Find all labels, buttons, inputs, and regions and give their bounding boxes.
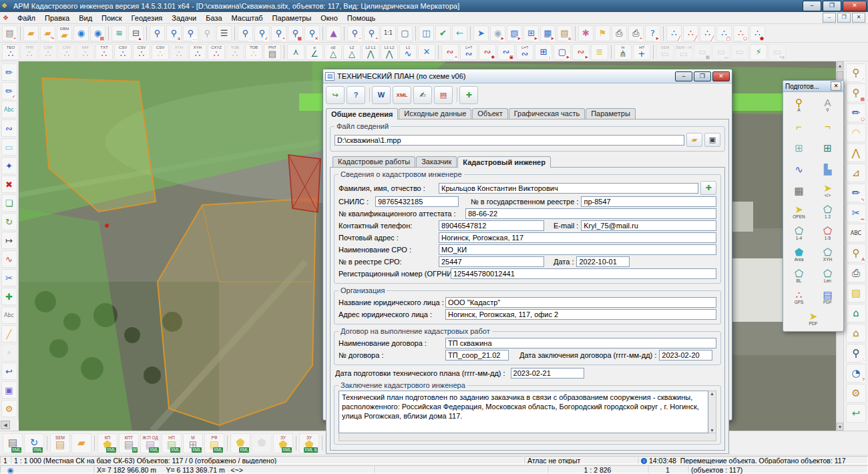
- measure-pin-icon[interactable]: ⚑: [595, 25, 610, 41]
- hatch-layers-icon[interactable]: ≣: [591, 44, 608, 60]
- geodesy-angle-icon[interactable]: α∠: [306, 44, 323, 60]
- geodesy-l1l2-icon[interactable]: L1 L2⋀: [381, 44, 398, 60]
- mdi-close-button[interactable]: ✕: [852, 13, 865, 23]
- pdf-tools-icon[interactable]: ▤PDF: [816, 287, 840, 307]
- semantics-search-a-icon[interactable]: ⚲A: [787, 95, 811, 115]
- mdi-restore-button[interactable]: ❐: [837, 13, 851, 23]
- tab-source-data[interactable]: Исходные данные: [399, 108, 471, 119]
- globe-report-icon[interactable]: ◉▤: [90, 25, 105, 41]
- arrow-pdf-icon[interactable]: ➤PDF: [801, 308, 825, 328]
- house-on-layer-icon[interactable]: ⌂: [846, 304, 866, 322]
- scroll-down-icon[interactable]: ▼: [837, 423, 843, 431]
- export-tob-icon[interactable]: TOB∴: [245, 44, 262, 60]
- scroll-up-icon[interactable]: ▲: [708, 391, 716, 396]
- kp-xml-icon[interactable]: КП⬟XML: [97, 433, 118, 453]
- grid-light-icon[interactable]: ⊞: [787, 138, 811, 158]
- compass-ruler-icon[interactable]: ⊿: [846, 164, 866, 182]
- help-icon[interactable]: ?: [347, 86, 365, 104]
- raster-images-icon[interactable]: ▣: [1, 381, 17, 399]
- parcel-red-selected[interactable]: [288, 155, 320, 212]
- vertex-drop-icon[interactable]: ⊞↓: [535, 44, 552, 60]
- save-file-button[interactable]: ▣: [704, 133, 720, 147]
- semantics-report-icon[interactable]: ⚲▤: [846, 83, 866, 102]
- divider-compass-icon[interactable]: ⋀: [846, 144, 866, 162]
- info-clipboard-icon[interactable]: ▤a: [557, 25, 572, 41]
- draw-polygon-pencil-icon[interactable]: ✏⬠: [846, 103, 866, 122]
- open-globe-icon[interactable]: ◉: [73, 25, 89, 41]
- menu-geodesy[interactable]: Геодезия: [127, 13, 168, 23]
- histogram-3d-icon[interactable]: ▙: [816, 159, 840, 179]
- print-multi-icon[interactable]: ⎙+: [628, 25, 644, 41]
- open-folder-icon[interactable]: ▰: [23, 25, 39, 41]
- dialog-minimize-button[interactable]: –: [675, 71, 692, 81]
- extend-line-icon[interactable]: ↦: [1, 232, 17, 249]
- layers-icon[interactable]: ≋: [112, 25, 127, 41]
- subtab-cadastral-engineer[interactable]: Кадастровый инженер: [457, 156, 551, 168]
- sem-plus-a-icon[interactable]: ▭+a: [769, 44, 786, 60]
- sem-abc-icon[interactable]: SEM▤: [50, 433, 70, 453]
- zoom-in-icon[interactable]: ⚲+: [364, 25, 379, 41]
- subtab-cadastral-works[interactable]: Кадастровые работы: [333, 156, 415, 167]
- vertex-add-icon[interactable]: ∾+: [441, 44, 459, 60]
- search-objects-icon[interactable]: ⚲: [150, 25, 165, 41]
- menu-search[interactable]: Поиск: [97, 13, 126, 23]
- settings-gear-icon[interactable]: ⚙: [1, 400, 17, 417]
- abc-numbering-icon[interactable]: ABC: [846, 224, 866, 242]
- scroll-down-icon[interactable]: ▼: [708, 428, 716, 433]
- search-labels-icon[interactable]: ⚲A: [846, 244, 866, 262]
- poly-bl-icon[interactable]: ⬠BL: [787, 266, 811, 286]
- prep-date-input[interactable]: [511, 368, 584, 379]
- search-layer-icon[interactable]: ⚲▦: [288, 25, 303, 41]
- sem-tool-3-icon[interactable]: ▭▦: [694, 44, 711, 60]
- contract-name-input[interactable]: [445, 338, 716, 348]
- file-path-input[interactable]: [335, 135, 684, 146]
- export-csv-icon[interactable]: CSV∴: [152, 44, 169, 60]
- import-teo-icon[interactable]: TEO∴: [2, 44, 19, 60]
- add-to-db-icon[interactable]: ✚: [459, 86, 478, 104]
- open-exchange-icon[interactable]: ▰↷: [40, 25, 55, 41]
- map-scroll-left-button[interactable]: ◀: [1, 421, 10, 429]
- export-xml-doc-icon[interactable]: ▤XML: [3, 433, 23, 453]
- search-prev-icon[interactable]: ⚲: [200, 25, 215, 41]
- select-points-rect-icon[interactable]: ∴▢: [716, 25, 732, 41]
- corner-topo-1-icon[interactable]: ⌐: [787, 116, 811, 136]
- maximize-button[interactable]: ❐: [823, 1, 841, 11]
- zu-b-xml-icon[interactable]: ЗУ⬟XML Б: [299, 433, 319, 453]
- org-name-input[interactable]: [445, 297, 716, 308]
- flashlight-green-icon[interactable]: ⚡: [750, 44, 767, 60]
- binocular-points-icon[interactable]: ⚲∴: [846, 344, 866, 363]
- select-on-map-icon[interactable]: ▨➤: [507, 25, 522, 41]
- menu-parameters[interactable]: Параметры: [268, 13, 316, 23]
- zu-contour-grey-icon[interactable]: ⬟: [252, 433, 272, 453]
- semantics-search-icon[interactable]: ⚲∴: [846, 63, 866, 82]
- vertex-select-icon[interactable]: ▢➤: [554, 44, 571, 60]
- move-object-icon[interactable]: ✦: [1, 157, 17, 174]
- select-points-line3-icon[interactable]: ∴╱: [700, 25, 715, 41]
- pie-help-icon[interactable]: ◔?: [846, 364, 866, 383]
- signature-icon[interactable]: ✍: [413, 86, 432, 104]
- menu-tasks[interactable]: Задачи: [167, 13, 201, 23]
- palette-titlebar[interactable]: Подготов... ✕: [783, 81, 843, 92]
- text-abc-icon[interactable]: Abc: [1, 101, 17, 118]
- house-document-icon[interactable]: ⌂: [846, 324, 866, 342]
- vertex-pick-icon[interactable]: ∾➤: [572, 44, 590, 60]
- import-tob-grey-icon[interactable]: TOB∴: [226, 44, 244, 60]
- dialog-maximize-button[interactable]: ❐: [694, 71, 711, 81]
- select-table-icon[interactable]: ⊞➤: [523, 25, 539, 41]
- menu-window[interactable]: Окно: [316, 13, 343, 23]
- export-code-icon[interactable]: ➤</>: [816, 180, 840, 200]
- label-flashlight-icon[interactable]: A⚲: [816, 95, 840, 115]
- height-query-icon[interactable]: H?+: [633, 44, 650, 60]
- layer-tree-icon[interactable]: ⊟▲: [128, 25, 144, 41]
- close-button[interactable]: ✕: [843, 1, 867, 11]
- zu-xml-icon[interactable]: ЗУ⬟XML: [273, 433, 293, 453]
- scissors-icon[interactable]: ✂: [1, 269, 17, 286]
- export-pnt-icon[interactable]: PNT▤: [264, 44, 281, 60]
- search-more-icon[interactable]: ⚲…: [183, 25, 198, 41]
- gps-import-icon[interactable]: ∴GPS: [787, 287, 811, 307]
- menu-view[interactable]: Вид: [74, 13, 97, 23]
- contract-date-input[interactable]: [659, 350, 712, 361]
- rotate-object-icon[interactable]: ↻: [1, 213, 17, 230]
- subtab-customer[interactable]: Заказчик: [416, 156, 457, 167]
- geodesy-line-icon[interactable]: L1∿: [399, 44, 417, 60]
